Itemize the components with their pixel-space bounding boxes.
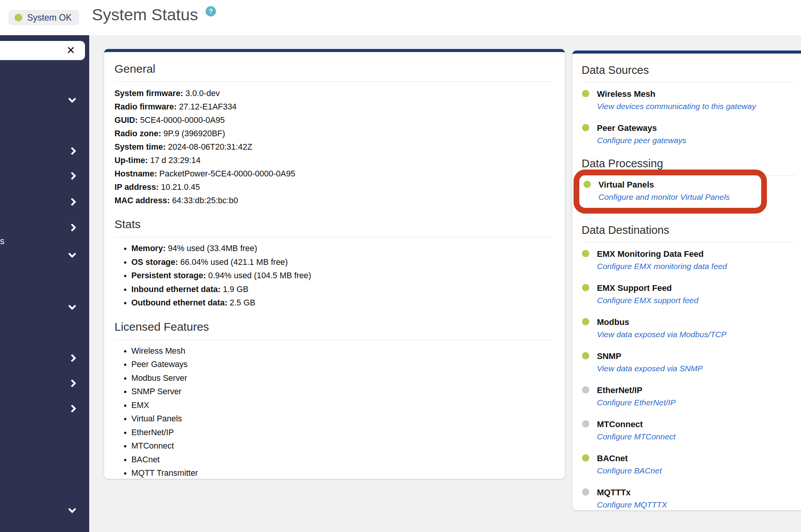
general-fields: System firmware: 3.0.0-dev Radio firmwar…: [114, 87, 554, 207]
stats-list: Memory: 94% used (33.4MB free) OS storag…: [114, 242, 554, 310]
chevron-down-icon[interactable]: [68, 95, 76, 103]
status-ok-dot-icon: [15, 14, 22, 21]
licensed-features-list: Wireless Mesh Peer Gateways Modbus Serve…: [114, 344, 554, 479]
field-row: Radio zone: 9P.9 (396920BF): [114, 127, 554, 140]
list-item-mtconnect: MTConnect Configure MTConnect: [582, 418, 795, 443]
status-dot-icon: [582, 386, 589, 393]
data-panel: Data Sources Wireless Mesh View devices …: [572, 51, 801, 510]
divider: [582, 242, 795, 242]
item-link[interactable]: View devices communicating to this gatew…: [597, 100, 756, 113]
list-item: SNMP Server: [131, 385, 554, 399]
list-item-emx-monitoring: EMX Monitoring Data Feed Configure EMX m…: [582, 248, 795, 273]
field-row: MAC address: 64:33:db:25:bc:b0: [114, 194, 554, 207]
chevron-right-icon[interactable]: [68, 198, 76, 206]
sidebar-truncated-label: s: [0, 236, 5, 246]
list-item: Memory: 94% used (33.4MB free): [131, 242, 554, 256]
status-dot-icon: [582, 90, 589, 97]
status-dot-icon: [582, 318, 589, 325]
list-item: OS storage: 66.04% used (421.1 MB free): [131, 256, 554, 269]
chevron-right-icon[interactable]: [68, 354, 76, 362]
status-dot-icon: [582, 124, 589, 131]
stats-title: Stats: [114, 217, 554, 232]
divider: [114, 82, 554, 82]
item-link[interactable]: View data exposed via Modbus/TCP: [597, 328, 726, 341]
field-row: Hostname: PacketPower-5CE4-0000-0000-0A9…: [114, 167, 554, 181]
sidebar-close-button[interactable]: ✕: [65, 44, 77, 57]
item-link[interactable]: Configure MTConnect: [597, 430, 675, 443]
list-item: EMX: [131, 399, 554, 413]
data-processing-title: Data Processing: [582, 156, 795, 171]
list-item: Inbound ethernet data: 1.9 GB: [131, 283, 554, 297]
status-dot-icon: [582, 352, 589, 359]
list-item: Outbound ethernet data: 2.5 GB: [131, 296, 554, 310]
status-dot-icon: [582, 420, 589, 428]
chevron-right-icon[interactable]: [68, 172, 76, 180]
list-item: Persistent storage: 0.94% used (104.5 MB…: [131, 269, 554, 283]
field-row: GUID: 5CE4-0000-0000-0A95: [114, 114, 554, 127]
close-icon: ✕: [66, 44, 75, 56]
chevron-down-icon[interactable]: [68, 505, 76, 513]
chevron-down-icon[interactable]: [68, 250, 76, 258]
licensed-features-title: Licensed Features: [114, 320, 554, 334]
sidebar: ✕ s: [0, 35, 89, 532]
chevron-right-icon[interactable]: [68, 147, 76, 155]
field-row: IP address: 10.21.0.45: [114, 181, 554, 194]
list-item: EtherNet/IP: [131, 426, 554, 440]
list-item: MTConnect: [131, 439, 554, 453]
item-link[interactable]: Configure EMX support feed: [597, 294, 698, 307]
list-item: Modbus Server: [131, 372, 554, 385]
header: System OK System Status ?: [0, 0, 801, 35]
list-item: Virtual Panels: [131, 412, 554, 426]
chevron-right-icon[interactable]: [68, 224, 76, 232]
status-badge-label: System OK: [27, 13, 72, 23]
list-item-wireless-mesh: Wireless Mesh View devices communicating…: [582, 88, 795, 113]
field-row: Radio firmware: 27.12-E1AF334: [114, 100, 554, 114]
chevron-right-icon[interactable]: [68, 405, 76, 413]
item-link[interactable]: Configure peer gateways: [597, 134, 686, 147]
item-link[interactable]: Configure MQTTTX: [597, 498, 667, 510]
list-item-emx-support: EMX Support Feed Configure EMX support f…: [582, 282, 795, 307]
field-row: System firmware: 3.0.0-dev: [114, 87, 554, 100]
status-dot-icon: [582, 454, 589, 462]
chevron-right-icon[interactable]: [68, 379, 76, 387]
list-item-bacnet: BACnet Configure BACnet: [582, 452, 795, 477]
item-link[interactable]: Configure BACnet: [597, 464, 662, 477]
list-item-virtual-panels: Virtual Panels Configure and monitor Vir…: [583, 179, 761, 204]
divider: [582, 82, 795, 82]
item-link[interactable]: Configure and monitor Virtual Panels: [598, 191, 730, 204]
divider: [114, 339, 554, 340]
list-item: Wireless Mesh: [131, 344, 554, 358]
list-item: MQTT Transmitter: [131, 467, 554, 479]
status-dot-icon: [582, 284, 589, 291]
list-item-snmp: SNMP View data exposed via SNMP: [582, 350, 795, 375]
list-item: Peer Gateways: [131, 358, 554, 372]
field-row: System time: 2024-08-06T20:31:42Z: [114, 140, 554, 154]
list-item: BACnet: [131, 453, 554, 467]
sidebar-menu-header: ✕: [0, 41, 85, 60]
status-dot-icon: [582, 250, 589, 257]
item-link[interactable]: Configure EtherNet/IP: [597, 396, 675, 409]
highlight-ring: Virtual Panels Configure and monitor Vir…: [574, 170, 767, 214]
list-item-mqtttx: MQTTTx Configure MQTTTX: [582, 486, 795, 510]
status-badge: System OK: [8, 10, 79, 25]
status-dot-icon: [582, 488, 589, 496]
status-dot-icon: [584, 181, 591, 188]
data-sources-title: Data Sources: [582, 63, 795, 77]
chevron-down-icon[interactable]: [68, 302, 76, 310]
item-link[interactable]: View data exposed via SNMP: [597, 362, 703, 375]
help-icon[interactable]: ?: [206, 6, 216, 16]
list-item-modbus: Modbus View data exposed via Modbus/TCP: [582, 316, 795, 341]
field-row: Up-time: 17 d 23:29:14: [114, 154, 554, 167]
list-item-peer-gateways: Peer Gateways Configure peer gateways: [582, 122, 795, 147]
data-destinations-title: Data Destinations: [582, 223, 795, 237]
general-title: General: [114, 62, 554, 76]
general-panel: General System firmware: 3.0.0-dev Radio…: [104, 49, 565, 479]
list-item-ethernet-ip: EtherNet/IP Configure EtherNet/IP: [582, 384, 795, 409]
item-link[interactable]: Configure EMX monitoring data feed: [597, 260, 727, 273]
page-title: System Status: [92, 3, 198, 26]
divider: [114, 237, 554, 237]
